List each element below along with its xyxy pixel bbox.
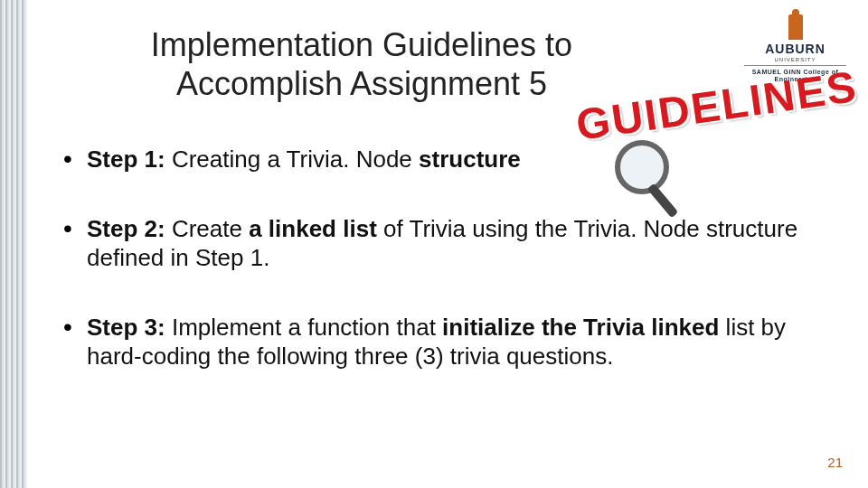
list-item: Step 3: Implement a function that initia… xyxy=(54,313,841,371)
logo-text-sub1: UNIVERSITY xyxy=(739,57,852,62)
page-title: Implementation Guidelines to Accomplish … xyxy=(90,25,633,103)
step-text-bold: initialize the Trivia linked xyxy=(442,314,719,341)
step-text-pre: Implement a function that xyxy=(165,314,442,341)
slide: Implementation Guidelines to Accomplish … xyxy=(0,0,868,488)
left-stripe-decoration xyxy=(0,0,27,488)
step-text-bold: structure xyxy=(419,145,521,173)
tower-icon xyxy=(788,14,803,40)
step-text-bold: a linked list xyxy=(249,215,377,242)
slide-number: 21 xyxy=(827,455,843,470)
list-item: Step 2: Create a linked list of Trivia u… xyxy=(54,214,841,273)
list-item: Step 1: Creating a Trivia. Node structur… xyxy=(54,145,841,174)
step-text-pre: Creating a Trivia. Node xyxy=(165,145,419,173)
logo-text-main: AUBURN xyxy=(739,42,852,56)
step-label: Step 3: xyxy=(87,314,165,341)
step-label: Step 1: xyxy=(87,145,165,173)
step-list: Step 1: Creating a Trivia. Node structur… xyxy=(54,145,841,371)
step-label: Step 2: xyxy=(87,215,165,242)
slide-body: Step 1: Creating a Trivia. Node structur… xyxy=(54,145,841,411)
step-text-pre: Create xyxy=(165,215,250,242)
